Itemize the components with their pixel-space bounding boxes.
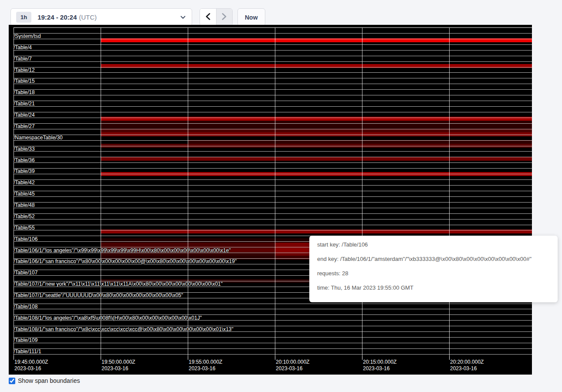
row-label: /Table/108 (14, 304, 37, 309)
row-label: /Table/33 (14, 146, 35, 152)
row-label: /Table/36 (14, 158, 35, 163)
tooltip-end-key: end key: /Table/106/1/"amsterdam"/"\xb33… (317, 256, 558, 262)
axis-label: 19:50:00.000Z2023-03-16 (102, 359, 135, 372)
heat-band (101, 157, 532, 161)
row-label: /Table/18 (14, 90, 35, 95)
row-label: /Table/21 (14, 101, 35, 106)
column-boundary-line (14, 27, 14, 357)
row-label: /Table/27 (14, 124, 35, 129)
row-label: /Table/42 (14, 180, 35, 185)
axis-label: 19:45:00.000Z2023-03-16 (14, 359, 48, 372)
heat-band (101, 121, 532, 129)
column-boundary-line (362, 27, 362, 357)
time-nav-group (200, 8, 233, 26)
axis-label: 20:15:00.000Z2023-03-16 (363, 359, 396, 372)
column-boundary-line (275, 27, 275, 357)
tooltip-time: time: Thu, 16 Mar 2023 19:55:00 GMT (317, 285, 558, 291)
row-label: /Table/106/1/"los angeles"/"\x99\x99\x99… (14, 248, 231, 253)
row-label: /Table/15 (14, 78, 35, 84)
time-range-timezone: (UTC) (79, 14, 97, 21)
column-boundary-line (188, 27, 188, 357)
axis-tick (101, 356, 101, 360)
tooltip-start-key: start key: /Table/106 (317, 242, 558, 248)
row-label: /System/tsd (14, 34, 41, 39)
axis-tick (275, 356, 275, 360)
row-label: /Table/45 (14, 191, 35, 196)
row-label: /Table/24 (14, 112, 35, 118)
chevron-left-icon (206, 13, 210, 21)
time-range-selector[interactable]: 1h 19:24 - 20:24 (UTC) (10, 8, 192, 26)
prev-button[interactable] (200, 9, 216, 26)
row-label: /Table/108/1/"los angeles"/"\xa8\xf5\u00… (14, 315, 202, 321)
next-button[interactable] (216, 9, 232, 26)
heat-band (101, 248, 275, 252)
row-label: /Table/55 (14, 225, 35, 230)
axis-tick (14, 356, 14, 360)
row-label: /Table/106/1/"san francisco"/"\x80\x00\x… (14, 259, 237, 264)
heat-band (101, 172, 532, 176)
row-label: /Table/108/1/"san francisco"/"\x8c\xcc\x… (14, 327, 234, 332)
row-label: /Table/48 (14, 203, 35, 208)
row-label: /Table/111/1 (14, 349, 41, 354)
now-button[interactable]: Now (237, 8, 265, 26)
show-span-boundaries-checkbox[interactable] (9, 378, 15, 384)
chevron-right-icon (222, 13, 227, 21)
heat-band (101, 64, 532, 68)
row-label: /Table/7 (14, 56, 32, 61)
row-label: /Table/12 (14, 68, 35, 73)
row-label: /Table/107/1/"new york"/"\x11\x11\x11\x1… (14, 281, 223, 287)
row-label: /NamespaceTable/30 (14, 135, 63, 140)
heat-band (101, 252, 275, 256)
row-label: /Table/4 (14, 45, 32, 50)
heat-band (101, 38, 532, 42)
heat-band (188, 140, 532, 144)
axis-label: 19:55:00.000Z2023-03-16 (189, 359, 222, 372)
heat-band (101, 117, 532, 121)
chevron-down-icon (180, 16, 186, 19)
time-range-label: 19:24 - 20:24 (37, 14, 77, 21)
time-axis: 19:45:00.000Z2023-03-1619:50:00.000Z2023… (9, 356, 532, 375)
axis-label: 20:10:00.000Z2023-03-16 (276, 359, 309, 372)
row-label: /Table/109 (14, 338, 37, 343)
row-label: /Table/52 (14, 214, 35, 219)
time-window-badge: 1h (16, 12, 31, 23)
key-visualizer-heatmap[interactable]: /System/tsd/Table/4/Table/7/Table/12/Tab… (9, 25, 532, 375)
show-span-boundaries-label: Show span boundaries (18, 377, 80, 384)
span-boundary-lines (14, 27, 532, 357)
column-boundary-line (449, 27, 450, 357)
heatmap-top-boundary (14, 27, 532, 28)
span-boundaries-control: Show span boundaries (9, 377, 80, 384)
row-label: /Table/106 (14, 237, 37, 242)
row-label: /Table/107/1/"seattle"/"UUUUUUD\x00\x80\… (14, 293, 183, 298)
span-tooltip: start key: /Table/106 end key: /Table/10… (309, 236, 558, 302)
axis-tick (449, 356, 450, 360)
axis-tick (188, 356, 188, 360)
heat-band (101, 132, 532, 136)
axis-tick (362, 356, 362, 360)
axis-label: 20:20:00.000Z2023-03-16 (450, 359, 484, 372)
column-boundary-line (101, 27, 101, 357)
heat-band (101, 144, 532, 148)
row-label: /Table/107 (14, 270, 37, 275)
heat-band (101, 230, 532, 233)
tooltip-requests: requests: 28 (317, 270, 558, 277)
heat-band (101, 256, 275, 260)
row-label: /Table/39 (14, 169, 35, 174)
heat-band (101, 243, 275, 248)
heat-band (101, 129, 532, 132)
